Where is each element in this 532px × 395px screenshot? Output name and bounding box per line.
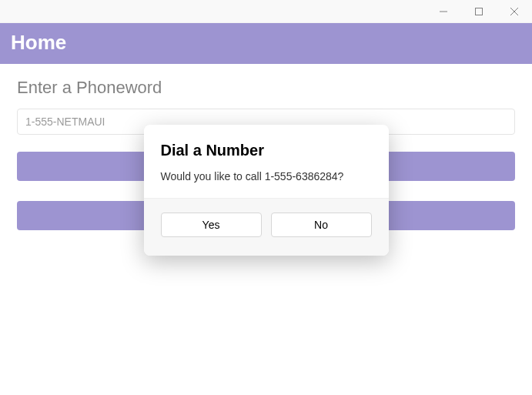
dial-dialog: Dial a Number Would you like to call 1-5…	[144, 125, 389, 256]
dialog-message: Would you like to call 1-555-6386284?	[161, 170, 372, 182]
dialog-actions: Yes No	[144, 198, 389, 256]
dialog-body: Dial a Number Would you like to call 1-5…	[144, 125, 389, 198]
dialog-no-button[interactable]: No	[271, 213, 372, 237]
dialog-yes-button[interactable]: Yes	[161, 213, 262, 237]
modal-overlay: Dial a Number Would you like to call 1-5…	[0, 0, 532, 395]
dialog-title: Dial a Number	[161, 142, 372, 159]
